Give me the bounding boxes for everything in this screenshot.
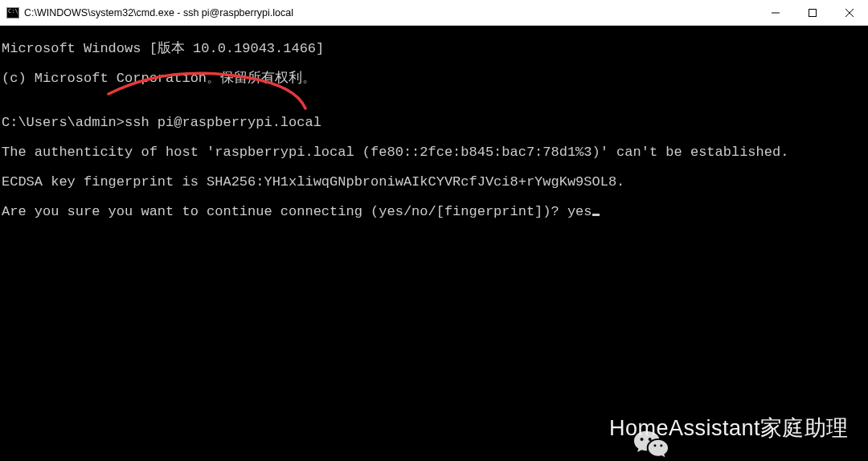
minimize-button[interactable] (757, 0, 794, 25)
close-button[interactable] (831, 0, 868, 25)
terminal-output: (c) Microsoft Corporation。保留所有权利。 (2, 71, 868, 87)
window-controls (757, 0, 868, 25)
confirm-text: Are you sure you want to continue connec… (2, 204, 592, 219)
terminal-prompt-line: C:\Users\admin>ssh pi@raspberrypi.local (2, 116, 868, 131)
terminal-output: ECDSA key fingerprint is SHA256:YH1xliwq… (2, 175, 868, 190)
cmd-icon (6, 7, 19, 18)
maximize-button[interactable] (794, 0, 831, 25)
titlebar[interactable]: C:\WINDOWS\system32\cmd.exe - ssh pi@ras… (0, 0, 868, 26)
terminal-confirm-line: Are you sure you want to continue connec… (2, 205, 868, 220)
svg-rect-1 (809, 9, 817, 16)
terminal-output: Microsoft Windows [版本 10.0.19043.1466] (2, 42, 868, 57)
terminal-area[interactable]: Microsoft Windows [版本 10.0.19043.1466] (… (0, 26, 868, 461)
cmd-window: C:\WINDOWS\system32\cmd.exe - ssh pi@ras… (0, 0, 868, 461)
cursor-icon (592, 214, 600, 216)
terminal-output: The authenticity of host 'raspberrypi.lo… (2, 145, 868, 161)
wechat-icon (567, 413, 603, 443)
watermark: HomeAssistant家庭助理 (567, 413, 849, 443)
window-title: C:\WINDOWS\system32\cmd.exe - ssh pi@ras… (24, 7, 293, 18)
titlebar-left: C:\WINDOWS\system32\cmd.exe - ssh pi@ras… (0, 7, 293, 18)
